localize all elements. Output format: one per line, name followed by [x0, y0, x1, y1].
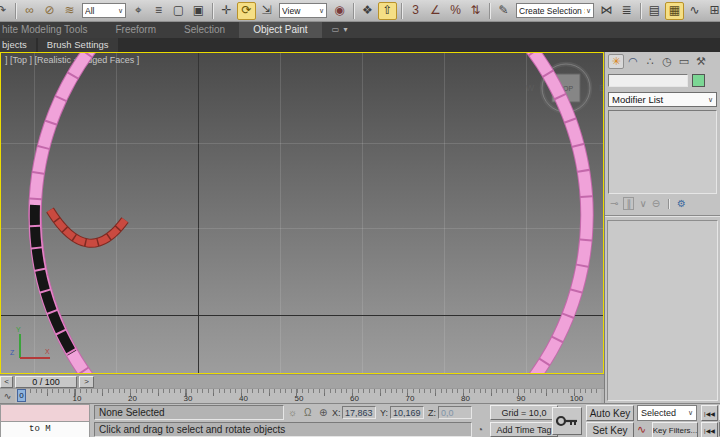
- status-bar: to M None Selected ☼ Ω ⊕ X: 17,863 Y: 10…: [0, 403, 720, 437]
- select-and-link-icon[interactable]: ∞: [20, 2, 39, 20]
- selection-filter-dropdown[interactable]: All∨: [82, 3, 126, 18]
- viewcube-east-label: E: [599, 83, 603, 93]
- edit-named-selection-sets-icon[interactable]: ✎: [494, 2, 513, 20]
- show-end-result-icon[interactable]: ∥: [623, 197, 634, 210]
- default-tangent-icon[interactable]: ∿: [637, 423, 646, 436]
- select-and-rotate-icon[interactable]: ⟳: [237, 2, 256, 20]
- maxscript-mini-listener-white[interactable]: to M: [0, 421, 90, 437]
- set-key-button[interactable]: Set Key: [586, 422, 634, 437]
- layer-manager-icon[interactable]: ▤: [645, 2, 664, 20]
- grid-line-horizontal: [1, 143, 603, 144]
- pin-stack-icon[interactable]: ⊸: [610, 198, 618, 209]
- remove-modifier-icon[interactable]: ⊖: [652, 198, 660, 209]
- toolbar-separator: [640, 3, 641, 19]
- grid-line-vertical: [526, 53, 527, 373]
- viewport-label[interactable]: ] [Top ] [Realistic + Edged Faces ]: [5, 55, 139, 65]
- tick-label-90: 90: [517, 394, 526, 403]
- object-name-row: [605, 70, 720, 89]
- z-coordinate-field[interactable]: 0,0: [438, 406, 472, 419]
- named-selection-sets-dropdown[interactable]: Create Selection Se∨: [516, 3, 594, 18]
- auto-key-button[interactable]: Auto Key: [586, 405, 634, 421]
- bind-to-space-warp-icon[interactable]: ≋: [60, 2, 79, 20]
- object-color-swatch[interactable]: [692, 74, 705, 87]
- time-slider-handle[interactable]: 0 / 100: [15, 376, 77, 388]
- viewcube[interactable]: TOP W E: [526, 64, 603, 112]
- ribbon-tab-object-paint[interactable]: Object Paint: [239, 22, 321, 38]
- unlink-selection-icon[interactable]: ⊘: [40, 2, 59, 20]
- go-to-start-button-2[interactable]: |◀◀: [701, 422, 718, 437]
- maxscript-mini-listener-pink[interactable]: [0, 404, 90, 421]
- ribbon-tab-selection[interactable]: Selection: [170, 22, 239, 38]
- mini-curve-editor-icon[interactable]: ∿: [1, 390, 14, 402]
- toolbar-separator: [668, 199, 669, 209]
- key-mode-dropdown[interactable]: Selected ∨: [637, 405, 697, 421]
- rectangular-selection-region-icon[interactable]: ▢: [169, 2, 188, 20]
- set-keys-button[interactable]: [552, 407, 582, 435]
- time-slider-row[interactable]: < 0 / 100 >: [0, 374, 604, 388]
- spinner-snap-toggle-icon[interactable]: ⇅: [466, 2, 485, 20]
- spline-circle[interactable]: [35, 53, 587, 373]
- reference-coordinate-system-dropdown-value: View: [282, 6, 318, 16]
- paint-stroke-arc[interactable]: [50, 210, 125, 243]
- chevron-down-icon: ∨: [688, 409, 693, 417]
- use-pivot-point-center-icon[interactable]: ◉: [330, 2, 349, 20]
- go-to-start-button[interactable]: |◀◀: [701, 405, 718, 421]
- current-frame-marker[interactable]: 0: [17, 389, 26, 402]
- x-coordinate-field[interactable]: 17,863: [342, 406, 376, 419]
- hierarchy-tab[interactable]: ∴: [642, 54, 658, 69]
- configure-modifier-sets-icon[interactable]: ⚙: [677, 198, 686, 209]
- grid-line-horizontal: [1, 228, 603, 229]
- make-unique-icon[interactable]: ∨: [639, 198, 646, 209]
- select-by-name-icon[interactable]: ≡: [149, 2, 168, 20]
- mirror-icon[interactable]: ⋈: [597, 2, 616, 20]
- window-crossing-icon[interactable]: ▣: [189, 2, 208, 20]
- selected-segments-arc[interactable]: [35, 205, 72, 353]
- keyboard-shortcut-override-icon[interactable]: ⇧: [378, 2, 397, 20]
- axis-x-label: X: [45, 348, 50, 355]
- key-filters-button[interactable]: Key Filters...: [652, 422, 698, 437]
- select-and-move-icon[interactable]: ✛: [217, 2, 236, 20]
- next-frame-button[interactable]: >: [79, 376, 94, 388]
- create-tab[interactable]: ✳: [608, 54, 624, 69]
- ribbon-subtab-brush-settings[interactable]: Brush Settings: [38, 38, 118, 52]
- ribbon-menu-icon[interactable]: ▭ ▾: [332, 22, 349, 38]
- redo-icon[interactable]: ↷: [0, 2, 11, 20]
- ribbon-tab-hite-modeling-tools[interactable]: hite Modeling Tools: [0, 22, 101, 38]
- snap-toggle-3d-icon[interactable]: 3: [406, 2, 425, 20]
- adaptive-degradation-icon[interactable]: ☼: [288, 407, 297, 418]
- grid-line-vertical: [444, 53, 445, 373]
- track-bar[interactable]: ∿ 0102030405060708090100 0: [0, 388, 604, 403]
- chevron-down-icon: ∨: [586, 7, 591, 15]
- display-tab[interactable]: ▭: [676, 54, 692, 69]
- motion-tab[interactable]: ◷: [659, 54, 675, 69]
- angle-snap-toggle-icon[interactable]: ∠: [426, 2, 445, 20]
- select-and-scale-icon[interactable]: ⇲: [257, 2, 276, 20]
- rollout-area: [607, 220, 718, 401]
- modifier-list-dropdown[interactable]: Modifier List ∨: [608, 92, 717, 107]
- modify-tab[interactable]: ◠: [625, 54, 641, 69]
- previous-frame-button[interactable]: <: [0, 376, 13, 388]
- align-icon[interactable]: ≣: [617, 2, 636, 20]
- scene-explorer-icon[interactable]: ▦: [665, 2, 684, 20]
- selection-lock-icon[interactable]: Ω: [304, 407, 311, 418]
- ribbon-subtab-bjects[interactable]: bjects: [0, 38, 36, 52]
- select-object-icon[interactable]: ⌖: [129, 2, 148, 20]
- ribbon-tab-freeform[interactable]: Freeform: [101, 22, 170, 38]
- curve-editor-icon[interactable]: ∿: [685, 2, 704, 20]
- viewport-top[interactable]: ] [Top ] [Realistic + Edged Faces ] TOP …: [0, 52, 604, 374]
- modifier-stack-list[interactable]: [608, 110, 717, 194]
- y-coordinate-field[interactable]: 10,169: [390, 406, 424, 419]
- utilities-tab[interactable]: ⚒: [693, 54, 709, 69]
- toolbar-separator: [353, 3, 354, 19]
- reference-coordinate-system-dropdown[interactable]: View∨: [279, 3, 327, 18]
- object-name-field[interactable]: [608, 74, 688, 87]
- schematic-view-icon[interactable]: ⊞: [705, 2, 720, 20]
- grid-origin-vertical: [198, 53, 199, 373]
- command-panel-tabs: ✳◠∴◷▭⚒: [605, 52, 720, 70]
- absolute-offset-gizmo-icon[interactable]: ⊕: [319, 407, 327, 418]
- select-and-manipulate-icon[interactable]: ❖: [358, 2, 377, 20]
- percent-snap-toggle-icon[interactable]: %: [446, 2, 465, 20]
- track-bar-ruler[interactable]: 0102030405060708090100: [15, 389, 601, 403]
- y-coordinate-label: Y:: [380, 408, 388, 418]
- add-time-tag-button[interactable]: Add Time Tag: [490, 422, 558, 437]
